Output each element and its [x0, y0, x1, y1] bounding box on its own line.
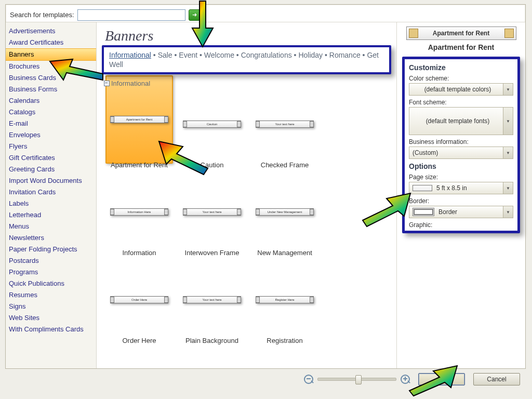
- banner-chip: Your text here: [183, 208, 241, 216]
- page-title: Banners: [105, 28, 391, 44]
- banner-chip: Apartment for Rent: [110, 116, 168, 123]
- category-item[interactable]: E-mail: [6, 118, 96, 129]
- template-label: Registration: [248, 337, 321, 344]
- template-item[interactable]: Information HereInformation: [103, 178, 176, 257]
- cancel-button[interactable]: Cancel: [473, 373, 520, 385]
- zoom-slider[interactable]: [317, 378, 396, 381]
- category-item[interactable]: Award Certificates: [6, 37, 96, 48]
- ok-label: OK: [437, 376, 446, 383]
- template-thumb: Apartment for Rent: [103, 90, 176, 158]
- category-item[interactable]: Brochures: [6, 61, 96, 72]
- business-info-dropdown[interactable]: (Custom) ▼: [409, 147, 513, 159]
- category-item[interactable]: Greeting Cards: [6, 164, 96, 175]
- category-item[interactable]: Signs: [6, 301, 96, 312]
- separator: •: [323, 51, 329, 59]
- page-size-label: Page size:: [409, 174, 513, 181]
- template-label: Plain Background: [176, 337, 248, 344]
- category-item[interactable]: Banners: [6, 48, 96, 61]
- zoom-controls: [304, 375, 410, 384]
- banner-chip: Caution: [183, 121, 241, 128]
- template-thumb: Register Here: [248, 266, 321, 334]
- template-item[interactable]: Your text hereChecked Frame: [248, 90, 321, 169]
- preview-ornament-right: [504, 29, 514, 38]
- chevron-down-icon: ▼: [503, 108, 513, 135]
- category-item[interactable]: Postcards: [6, 255, 96, 267]
- page-size-dropdown[interactable]: 5 ft x 8.5 in ▼: [409, 182, 513, 194]
- category-item[interactable]: Business Cards: [6, 72, 96, 84]
- banner-chip: Your text here: [256, 121, 314, 128]
- category-item[interactable]: Advertisements: [6, 25, 96, 37]
- separator: •: [172, 51, 179, 59]
- category-item[interactable]: Catalogs: [6, 107, 96, 118]
- border-dropdown[interactable]: Border ▼: [409, 206, 513, 218]
- separator: •: [292, 51, 299, 59]
- section-title-text: Informational: [111, 79, 150, 87]
- category-item[interactable]: Letterhead: [6, 209, 96, 221]
- template-item[interactable]: CautionCaution: [176, 90, 248, 169]
- template-area: Banners Informational • Sale • Event • W…: [97, 22, 396, 368]
- category-item[interactable]: Flyers: [6, 141, 96, 152]
- filter-category-link[interactable]: Sale: [158, 51, 172, 59]
- template-label: Caution: [176, 161, 248, 169]
- category-item[interactable]: With Compliments Cards: [6, 324, 96, 335]
- template-thumb: Caution: [176, 90, 248, 158]
- template-item[interactable]: Apartment for RentApartment for Rent: [103, 90, 176, 169]
- category-item[interactable]: Import Word Documents: [6, 175, 96, 187]
- template-thumb: Your text here: [176, 266, 248, 334]
- border-icon: [413, 208, 434, 216]
- separator: •: [197, 51, 204, 59]
- template-item[interactable]: Register HereRegistration: [248, 266, 321, 344]
- zoom-out-button[interactable]: [304, 375, 313, 384]
- category-item[interactable]: Envelopes: [6, 129, 96, 141]
- customize-frame: Customize Color scheme: (default templat…: [402, 57, 520, 233]
- page-size-icon: [413, 185, 432, 191]
- category-item[interactable]: Newsletters: [6, 232, 96, 244]
- filter-category-link[interactable]: Holiday: [298, 51, 323, 59]
- template-item[interactable]: Under New ManagementNew Management: [248, 178, 321, 257]
- graphic-label: Graphic:: [409, 221, 513, 229]
- category-item[interactable]: Calendars: [6, 95, 96, 107]
- template-thumb: Information Here: [103, 178, 176, 246]
- options-heading: Options: [409, 162, 513, 170]
- filter-category-link[interactable]: Romance: [329, 51, 361, 59]
- page-size-value: 5 ft x 8.5 in: [436, 184, 503, 192]
- color-scheme-label: Color scheme:: [409, 75, 513, 82]
- slider-knob[interactable]: [355, 375, 362, 384]
- filter-category-link[interactable]: Welcome: [204, 51, 234, 59]
- border-label: Border:: [409, 197, 513, 205]
- filter-category-link[interactable]: Congratulations: [241, 51, 292, 59]
- search-input[interactable]: [77, 9, 185, 21]
- chevron-down-icon: ▼: [503, 206, 513, 218]
- search-go-button[interactable]: ➜: [189, 9, 201, 21]
- banner-chip: Your text here: [183, 296, 241, 303]
- category-item[interactable]: Web Sites: [6, 312, 96, 324]
- section-collapse-toggle[interactable]: Informational: [102, 78, 391, 88]
- category-item[interactable]: Invitation Cards: [6, 187, 96, 198]
- template-item[interactable]: Your text hereInterwoven Frame: [176, 178, 248, 257]
- template-item[interactable]: Your text herePlain Background: [176, 266, 248, 344]
- customize-heading: Customize: [409, 63, 513, 72]
- search-label: Search for templates:: [10, 11, 74, 19]
- filter-category-link[interactable]: Event: [179, 51, 197, 59]
- category-item[interactable]: Resumes: [6, 289, 96, 301]
- category-item[interactable]: Business Forms: [6, 84, 96, 95]
- template-item[interactable]: Order HereOrder Here: [103, 266, 176, 344]
- banner-chip: Order Here: [110, 296, 168, 303]
- search-bar: Search for templates: ➜: [6, 5, 525, 22]
- filter-category-link[interactable]: Informational: [109, 51, 151, 59]
- color-scheme-dropdown[interactable]: (default template colors) ▼: [409, 83, 513, 96]
- bottom-bar: OK Cancel: [6, 369, 525, 389]
- arrow-right-icon: ➜: [192, 11, 197, 18]
- category-item[interactable]: Gift Certificates: [6, 152, 96, 164]
- category-item[interactable]: Programs: [6, 267, 96, 278]
- category-item[interactable]: Labels: [6, 198, 96, 209]
- category-item[interactable]: Paper Folding Projects: [6, 244, 96, 255]
- selected-template-name: Apartment for Rent: [402, 43, 520, 51]
- ok-button[interactable]: OK: [418, 373, 465, 385]
- zoom-in-button[interactable]: [401, 375, 410, 384]
- banner-chip: Register Here: [256, 296, 314, 303]
- font-scheme-dropdown[interactable]: (default template fonts) ▼: [409, 107, 513, 135]
- category-item[interactable]: Menus: [6, 221, 96, 232]
- template-label: Apartment for Rent: [103, 161, 176, 169]
- category-item[interactable]: Quick Publications: [6, 278, 96, 289]
